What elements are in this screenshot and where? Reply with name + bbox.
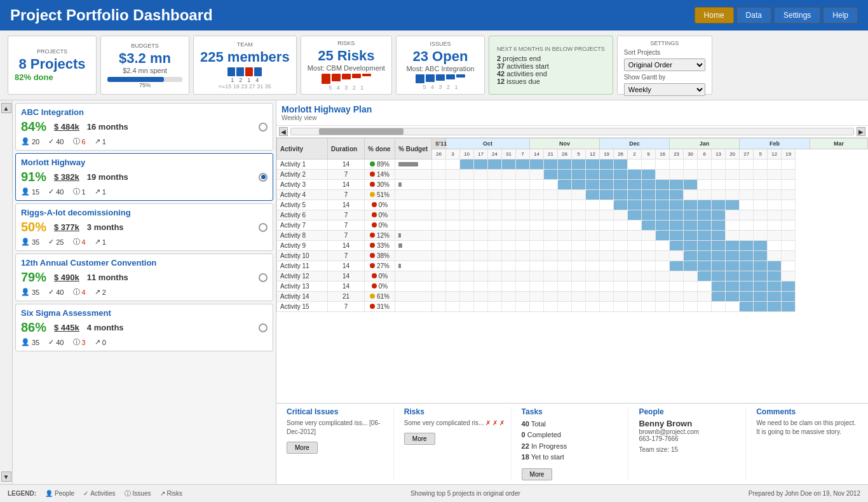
gantt-by-select[interactable]: Weekly Monthly Daily [624,83,705,96]
project-radio-3[interactable] [259,273,268,282]
team-icon-2 [236,67,244,76]
critical-issues-more[interactable]: More [287,442,318,454]
gantt-scroll-left[interactable]: ◀ [279,127,288,136]
gantt-scroll-track[interactable] [290,128,854,135]
nav-home[interactable]: Home [695,7,734,24]
header-feb: Feb [740,139,810,149]
activity-budget-1 [395,170,432,180]
week-7: 7 [516,149,530,159]
issues-bars [403,74,478,83]
project-card-0[interactable]: ABC Integration 84% $ 484k 16 months 👤 2… [15,103,273,151]
nav-settings[interactable]: Settings [774,7,820,24]
gantt-subtitle: Weekly view [281,114,863,121]
issues-icon-0: ⓘ 6 [73,137,86,146]
comments-card: Comments We need to be clam on this proj… [751,407,863,480]
risks-card-content: Some very complicated ris... ✗ ✗ ✗ [404,419,506,428]
summary-issues: ISSUES 23 Open Most: ABC Integration 5 4… [396,36,485,95]
people-icon-0: 👤 20 [21,137,39,146]
risks-label: RISKS [308,40,385,46]
scroll-down-arrow[interactable]: ▼ [1,471,11,482]
people-card: People Benny Brown brownb@project.com 66… [634,407,746,480]
project-duration-2: 3 months [87,222,124,232]
comments-content: We need to be clam on this project. It i… [756,419,858,437]
people-title: People [639,407,740,416]
activity-budget-6 [395,220,432,231]
project-pct-1: 91% [21,170,46,184]
scroll-arrows: ▲ ▼ [0,100,13,484]
next6-card: Next 6 months in below projects 2 projec… [489,36,613,95]
team-num-3: 1 [247,77,250,83]
activity-pct-done-0: 89% [365,159,395,170]
tasks-more[interactable]: More [522,468,553,480]
project-icons-4: 👤 35 ✓ 40 ⓘ 3 ↗ 0 [21,337,268,347]
activity-budget-8 [395,241,432,251]
activity-name-9: Activity 10 [277,251,328,261]
scroll-up-arrow[interactable]: ▲ [1,103,11,113]
activities-icon-1: ✓ 40 [48,187,64,196]
issues-icon-1: ⓘ 1 [73,187,86,196]
activity-budget-10 [395,261,432,271]
summary-budgets: BUDGETS $3.2 mn $2.4 mn spent 75% [100,36,189,95]
activity-pct-done-2: 30% [365,180,395,190]
activity-duration-14: 7 [328,302,365,312]
risk-bar-1 [322,74,330,84]
risk-bar-3 [342,74,351,79]
risk-bar-2 [332,74,341,81]
critical-issues-card: Critical Issues Some very complicated is… [281,407,394,480]
risks-value: 25 Risks [308,48,385,64]
activity-budget-4 [395,200,432,210]
activity-name-7: Activity 8 [277,231,328,241]
week-27: 27 [740,149,754,159]
risk-flags: ✗ ✗ ✗ [485,419,505,426]
nav-data[interactable]: Data [736,7,771,24]
tasks-in-progress: 22 In Progress [522,441,623,452]
week-20: 20 [726,149,740,159]
project-card-3[interactable]: 12th Annual Customer Convention 79% $ 49… [15,254,273,301]
activity-duration-7: 7 [328,231,365,241]
summary-team: TEAM 225 members 1 2 1 4 <=15 19 23 27 3… [193,36,297,95]
main-content: ▲ ▼ ABC Integration 84% $ 484k 16 months… [0,100,868,484]
people-icon-1: 👤 15 [21,187,39,196]
risks-sub: Most: CBM Development [308,64,385,72]
team-icon-3 [245,67,253,76]
nav-bar: Home Data Settings Help [695,7,858,24]
team-ranges: <=15 19 23 27 31 35 [200,83,290,90]
project-budget-3: $ 490k [54,273,79,282]
risk-nums: 5 4 3 2 1 [308,85,385,91]
project-card-2[interactable]: Riggs-A-lot decomissioning 50% $ 377k 3 … [15,203,273,251]
gantt-scroll-right[interactable]: ▶ [857,127,865,136]
next6-row-1: 2 projects end [497,55,605,62]
activity-budget-14 [395,302,432,312]
risks-icon-0: ↗ 1 [95,137,106,146]
activity-duration-4: 14 [328,200,365,210]
gantt-table: Activity Duration % done % Budget S'11 O… [276,138,868,312]
summary-bar: PROJECTS 8 Projects 82% done BUDGETS $3.… [0,31,868,100]
project-card-4[interactable]: Six Sigma Assessment 86% $ 445k 4 months… [15,304,273,351]
activity-budget-12 [395,282,432,292]
project-radio-1[interactable] [259,173,268,182]
risks-card-title: Risks [404,407,506,416]
project-pct-2: 50% [21,220,46,234]
activity-duration-5: 7 [328,210,365,220]
week-13: 13 [712,149,726,159]
sort-projects-select[interactable]: Original Order By Name By Budget [624,58,705,71]
week-12a: 12 [586,149,600,159]
activity-budget-9 [395,251,432,261]
project-icons-0: 👤 20 ✓ 40 ⓘ 6 ↗ 1 [21,137,268,146]
team-nums: 1 2 1 4 [200,77,290,83]
project-stats-1: 91% $ 382k 19 months [21,170,268,184]
project-radio-2[interactable] [259,223,268,232]
tasks-stats: 40 Total 0 Completed 22 In Progress 18 Y… [522,419,623,463]
week-9: 9 [642,149,656,159]
info-icon: ⓘ [125,489,131,498]
team-num-1: 1 [231,77,234,83]
week-21: 21 [544,149,558,159]
project-budget-1: $ 382k [54,172,79,182]
risks-more[interactable]: More [404,433,435,445]
project-card-1[interactable]: Morlott Highway 91% $ 382k 19 months 👤 1… [15,153,273,201]
nav-help[interactable]: Help [823,7,858,24]
people-icon-2: 👤 35 [21,237,39,247]
sort-projects-label: Sort Projects [624,49,705,56]
project-radio-4[interactable] [259,323,268,332]
project-radio-0[interactable] [259,123,268,132]
